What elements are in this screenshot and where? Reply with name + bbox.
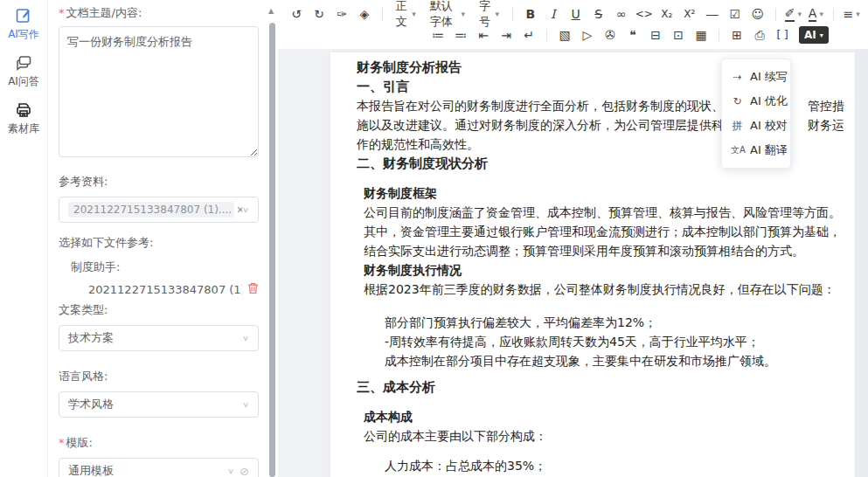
doc-list-item: -周转效率有待提高，应收账款周转天数为45天，高于行业平均水平； [385,332,844,351]
divider [546,29,547,42]
nav-label: 素材库 [8,121,39,136]
caret-down-icon: ▾ [819,10,823,18]
attachment-icon[interactable]: ✇ [601,25,620,45]
nav-item-ai-qa[interactable]: AI问答 [8,54,39,89]
blockquote-icon[interactable]: ❝ [623,25,642,45]
superscript-icon[interactable]: X² [680,4,699,24]
template-value: 通用模板 [68,463,227,477]
redo-icon[interactable]: ↻ [309,4,329,24]
chevron-down-icon: ∨ [242,334,249,342]
divider [512,8,513,21]
doc-paragraph-line: 公司的成本主要由以下部分构成： [364,426,844,446]
caret-down-icon: ▾ [461,10,465,18]
delete-file-icon[interactable] [247,282,259,297]
document-canvas: 财务制度分析报告 一、引言 本报告旨在对公司的财务制度进行全面分析，包括财务制度… [278,49,868,477]
indent-icon[interactable]: ⇥ [496,25,516,45]
topic-label: *文档主题/内容: [59,5,259,21]
doc-subheading-cost-structure: 成本构成 [364,407,844,426]
chevron-down-icon: ∨ [242,205,249,214]
doc-type-select[interactable]: 技术方案 ∨ [59,325,259,351]
code-icon[interactable]: <> [635,4,654,24]
style-value: 学术风格 [68,397,242,412]
strikethrough-icon[interactable]: S [589,4,608,24]
caret-down-icon: ▾ [856,10,860,18]
divider [775,8,776,21]
divider-block-icon[interactable]: ⊟ [646,25,665,45]
nav-item-material-library[interactable]: 素材库 [8,101,39,136]
insert-video-icon[interactable]: ▷ [578,25,597,45]
ai-proofread-icon: 拼 [731,119,744,134]
checkbox-icon[interactable]: ☑ [726,4,745,24]
caret-down-icon: ▾ [797,10,802,18]
panel-scrollbar-thumb[interactable] [269,23,275,477]
ai-writing-form-panel: *文档主题/内容: 写一份财务制度分析报告 参考资料: 202112271513… [48,0,278,477]
horizontal-rule-icon[interactable]: ― [703,4,722,24]
app-window: AI写作 AI问答 素材库 *文档主题 [0,0,868,477]
nav-label: AI问答 [8,74,39,89]
caret-down-icon: ▾ [496,10,500,18]
align-icon[interactable]: ≡▾ [842,4,861,24]
file-ref-label: 选择如下文件参考: [59,235,259,251]
ai-translate-icon: 文A [731,144,744,156]
left-nav-rail: AI写作 AI问答 素材库 [0,0,48,477]
insert-image-icon[interactable]: ▧ [555,25,574,45]
fullscreen-icon[interactable]: [ ] [773,25,792,45]
caret-down-icon: ▾ [820,31,823,39]
nav-item-ai-writing[interactable]: AI写作 [8,7,39,42]
doc-type-label: 文案类型: [59,302,259,318]
caret-down-icon: ▾ [412,10,416,18]
italic-icon[interactable]: I [544,4,563,24]
ai-menu-item-proofread[interactable]: 拼 AI 校对 [722,114,790,138]
template-select[interactable]: 通用模板 ∨ ⊘ [59,458,259,477]
material-library-icon [15,101,32,119]
scroll-up-icon[interactable]: ▲ [268,7,274,15]
ai-optimize-icon: ↻ [731,95,744,107]
subscript-icon[interactable]: X₂ [657,4,677,24]
underline-icon[interactable]: U [566,4,586,24]
style-label: 语言风格: [59,369,259,384]
tag-close-icon[interactable]: ✕ [236,204,242,216]
emoji-icon[interactable]: ☺ [748,4,767,24]
ordered-list-icon[interactable]: ≕ [451,25,470,45]
doc-paragraph-line: 根据2023年前三季度的财务数据，公司整体财务制度执行情况良好，但存在以下问题： [364,280,844,299]
reference-tag: 2021122715133847807 (1)....✕ [68,202,234,218]
code-block-icon[interactable]: ⊡ [669,25,688,45]
doc-heading-cost: 三、成本分析 [357,377,844,397]
insert-table-icon[interactable]: ▦ [691,25,711,45]
editor-area: ↺ ↻ ✑ ◈ 正文▾ 默认字体▾ 字号▾ B I U S ∞ <> X₂ X²… [278,0,868,477]
reference-select[interactable]: 2021122715133847807 (1)....✕ ∨ [59,197,259,223]
ai-menu-item-optimize[interactable]: ↻ AI 优化 [722,89,790,114]
topic-textarea[interactable]: 写一份财务制度分析报告 [59,26,259,157]
bold-icon[interactable]: B [521,4,540,24]
ai-continue-icon: ⇢ [731,71,744,83]
highlight-pen-icon[interactable]: ✐▾ [783,4,802,24]
eraser-icon[interactable]: ◈ [355,4,374,24]
panel-scrollbar[interactable]: ▲ [267,0,277,477]
template-clear-icon[interactable]: ⊘ [240,465,249,477]
chevron-down-icon: ∨ [242,400,249,409]
outdent-icon[interactable]: ⇤ [474,25,493,45]
style-select[interactable]: 学术风格 ∨ [59,391,259,418]
ai-writing-icon [15,7,32,24]
divider [719,29,719,42]
undo-icon[interactable]: ↺ [287,4,306,24]
assistant-file-name: 2021122715133847807 (1).... [88,283,242,296]
editor-scrollbar-gutter[interactable] [855,49,868,477]
toolbar-row-2: ≔ ≕ ⇤ ⇥ ↵ ▧ ▷ ✇ ❝ ⊟ ⊡ ▦ ⊞ ⎙ [ ] AI▾ [427,24,863,45]
ai-menu-item-translate[interactable]: 文A AI 翻译 [722,138,790,162]
ai-menu-button[interactable]: AI▾ [799,26,829,44]
paragraph-style-dropdown[interactable]: 正文▾ [396,0,416,30]
link-icon[interactable]: ∞ [612,4,631,24]
bullet-list-icon[interactable]: ≔ [428,25,448,45]
font-color-icon[interactable]: A▾ [806,4,825,24]
ai-menu-item-continue[interactable]: ⇢ AI 续写 [722,65,790,89]
assistant-label: 制度助手: [71,259,259,275]
embed-icon[interactable]: ⊞ [727,25,746,45]
print-icon[interactable]: ⎙ [750,25,769,45]
format-painter-icon[interactable]: ✑ [332,4,351,24]
doc-list-item: 人力成本：占总成本的35%； [385,456,844,475]
nav-label: AI写作 [8,27,39,42]
doc-paragraph-line: 其中，资金管理主要通过银行账户管理和现金流预测进行；成本控制以部门预算为基础， [364,222,844,241]
line-break-icon[interactable]: ↵ [519,25,538,45]
assistant-file-row: 2021122715133847807 (1).... [88,282,259,297]
